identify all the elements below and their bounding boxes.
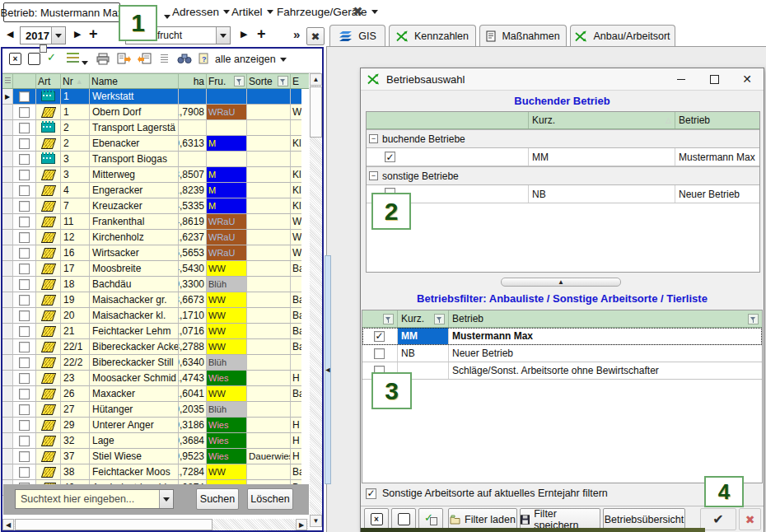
betrieb-row[interactable]: MMMustermann Max [367, 148, 759, 166]
checkbox[interactable] [19, 389, 30, 399]
table1-header-kurz[interactable]: Kurz.△ [529, 112, 675, 128]
row-checkbox-cell[interactable] [13, 402, 36, 418]
ok-button[interactable]: ✔ [700, 508, 736, 530]
filter-load-button[interactable]: Filter laden [448, 508, 517, 530]
checkbox[interactable] [19, 232, 30, 243]
checkbox[interactable] [19, 217, 30, 227]
checkbox[interactable] [19, 91, 30, 102]
cancel-button[interactable]: ✖ [739, 508, 761, 530]
horizontal-scroll-thumb[interactable] [15, 519, 213, 530]
filter-icon[interactable] [434, 314, 445, 324]
table-row[interactable]: 3Mitterweg3,8507MKl [2, 167, 309, 183]
filter-list-icon[interactable] [67, 53, 79, 63]
checkbox[interactable] [19, 185, 30, 196]
tab-kennzahlen[interactable]: Kennzahlen [389, 25, 476, 46]
table1-header-betrieb[interactable]: Betrieb [675, 112, 759, 128]
header-fru[interactable]: Fru. [207, 74, 247, 88]
next-year-button[interactable]: ▶ [74, 29, 81, 40]
table-row[interactable]: 27Hütanger0,2035Blüh [2, 402, 309, 418]
row-checkbox-cell[interactable] [13, 245, 36, 261]
import-icon[interactable] [138, 53, 152, 65]
maximize-button[interactable] [698, 69, 731, 89]
betrieb-selector-button[interactable]: Betrieb: Mustermann Max [3, 2, 120, 22]
print-icon[interactable] [96, 53, 110, 65]
checkbox-cell[interactable] [362, 345, 398, 362]
checkbox[interactable] [19, 295, 30, 306]
year-combo[interactable]: 2017 [20, 26, 66, 44]
checkbox-cell[interactable] [362, 328, 398, 344]
checkbox[interactable] [19, 357, 30, 368]
close-button[interactable]: ✕ [731, 69, 764, 89]
menu-artikel[interactable]: Artikel [231, 0, 273, 24]
table-row[interactable]: 29Unterer Anger0,3186WiesH [2, 418, 309, 433]
row-checkbox-cell[interactable] [13, 433, 36, 449]
table-row[interactable]: 3Transport Biogas [2, 152, 309, 167]
header-nr[interactable]: Nr▲ [61, 74, 90, 88]
scroll-up-button[interactable]: ▲ [310, 73, 322, 86]
checkbox[interactable] [19, 248, 30, 259]
filter-icon[interactable] [278, 76, 288, 86]
scroll-right-button[interactable]: ▶ [296, 519, 307, 530]
row-checkbox-cell[interactable] [13, 308, 36, 324]
next-crop-button[interactable]: ▶ [241, 29, 247, 40]
minimize-button[interactable] [665, 69, 698, 89]
row-checkbox-cell[interactable] [13, 449, 36, 464]
row-checkbox-cell[interactable] [13, 120, 36, 136]
clear-selection-button[interactable] [391, 508, 416, 530]
prev-year-button[interactable]: ◀ [7, 29, 13, 40]
checkbox[interactable] [19, 467, 30, 478]
group-row[interactable]: −sonstige Betriebe [367, 166, 759, 185]
table2-header-betrieb[interactable]: Betrieb [449, 310, 762, 327]
row-checkbox-cell[interactable] [13, 355, 36, 371]
tab-massnahmen[interactable]: Maßnahmen [479, 25, 567, 46]
table2-header-kurz[interactable]: Kurz. [398, 310, 449, 327]
checkbox[interactable] [19, 154, 30, 165]
filter-save-button[interactable]: Filter speichern [520, 508, 600, 530]
search-input[interactable]: Suchtext hier eingeben... [15, 489, 174, 509]
expand-toolbar-button[interactable]: » [293, 27, 300, 41]
table-row[interactable]: 32Lage0,3684WiesH [2, 433, 309, 449]
row-checkbox-cell[interactable] [13, 89, 36, 105]
search-button[interactable]: Suchen [196, 488, 239, 510]
table-row[interactable]: 37Stiel Wiese0,9523WiesDauerwieseH [2, 449, 309, 464]
checkbox[interactable] [19, 436, 30, 446]
filter-year-checkbox[interactable] [366, 488, 376, 499]
row-checkbox-cell[interactable] [13, 214, 36, 230]
table-row[interactable]: 21Feichtacker Lehm1,0716WWBa [2, 324, 309, 339]
table-row[interactable]: 22/1Bibereckacker Acke3,2788WWBa [2, 339, 309, 355]
checkbox[interactable] [19, 279, 30, 290]
search-binoculars-icon[interactable] [177, 53, 192, 64]
tab-anbau-arbeitsort[interactable]: Anbau/Arbeitsort [570, 25, 675, 46]
close-icon[interactable]: ✖ [353, 4, 363, 19]
checkbox[interactable] [19, 264, 30, 274]
row-checkbox-cell[interactable] [13, 105, 36, 120]
checkbox[interactable] [19, 170, 30, 180]
crop-dropdown-icon[interactable] [216, 27, 230, 44]
betrieb-dropdown-icon[interactable] [160, 10, 170, 21]
help-document-icon[interactable]: ? [199, 53, 210, 65]
table-row[interactable]: ▶1Werkstatt [2, 89, 309, 105]
search-history-dropdown-icon[interactable] [159, 490, 173, 508]
row-checkbox-cell[interactable] [13, 464, 36, 480]
row-checkbox-cell[interactable] [13, 339, 36, 355]
collapse-group-icon[interactable]: − [369, 134, 378, 143]
row-checkbox-cell[interactable] [13, 167, 36, 183]
table-row[interactable]: 7Kreuzacker4,5335MKl [2, 198, 309, 214]
checkbox[interactable] [19, 404, 30, 415]
table-row[interactable]: 17Moosbreite4,5430WWBa [2, 261, 309, 277]
header-e[interactable]: E [291, 74, 301, 88]
table-row[interactable]: 2Ebenacker0,6313MKl [2, 136, 309, 152]
row-checkbox-cell[interactable] [13, 386, 36, 402]
row-checkbox-cell[interactable] [13, 230, 36, 245]
row-checkbox-cell[interactable] [13, 324, 36, 339]
group-row[interactable]: −buchende Betriebe [367, 129, 759, 148]
filter-icon[interactable] [234, 76, 245, 86]
checkbox[interactable] [19, 310, 30, 321]
checkbox[interactable] [19, 342, 30, 352]
row-checkbox-cell[interactable] [13, 371, 36, 386]
add-year-button[interactable]: + [89, 26, 98, 43]
scroll-down-button[interactable]: ▼ [310, 515, 322, 527]
uncheck-all-icon[interactable]: × [9, 53, 21, 65]
table-row[interactable]: 26Maxacker1,6041WWBa [2, 386, 309, 402]
betrieb-row[interactable]: NBNeuer Betrieb [367, 185, 759, 203]
